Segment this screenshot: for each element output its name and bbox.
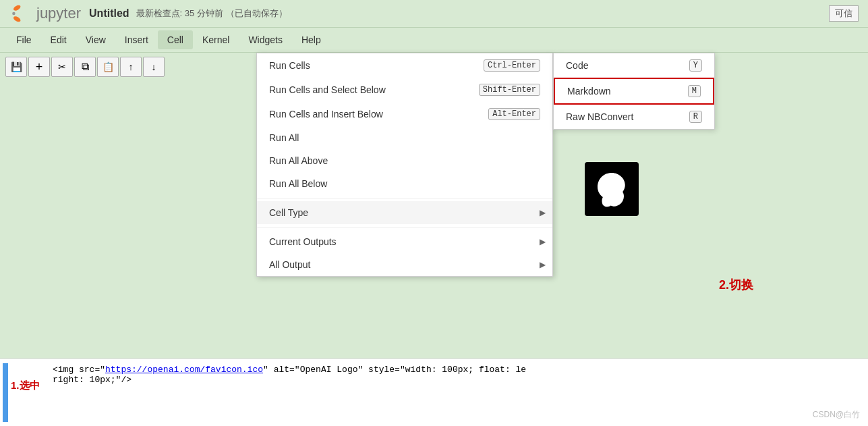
menu-help[interactable]: Help <box>292 30 330 49</box>
add-cell-button[interactable]: + <box>28 57 50 77</box>
menu-widgets[interactable]: Widgets <box>239 30 292 49</box>
menu-cell[interactable]: Cell <box>158 30 193 49</box>
menu-run-all[interactable]: Run All <box>257 126 552 149</box>
menu-insert[interactable]: Insert <box>115 30 158 49</box>
menu-view[interactable]: View <box>76 30 115 49</box>
menu-run-cells[interactable]: Run Cells Ctrl-Enter <box>257 53 552 78</box>
svg-point-2 <box>12 12 15 15</box>
openai-image <box>585 162 639 216</box>
menu-run-all-below-label: Run All Below <box>269 178 327 189</box>
dropdown-sep-2 <box>257 227 552 228</box>
paste-button[interactable]: 📋 <box>97 57 119 77</box>
current-outputs-arrow: ▶ <box>540 237 546 246</box>
notebook-title[interactable]: Untitled <box>89 7 129 20</box>
cell-url-link[interactable]: https://openai.com/favicon.ico <box>105 365 263 375</box>
menu-cell-type[interactable]: Cell Type ▶ <box>257 201 552 224</box>
menu-run-cells-select-shortcut: Shift-Enter <box>479 84 540 96</box>
cell-text-prefix: <img src=" <box>53 365 105 375</box>
submenu-raw-nbconvert[interactable]: Raw NBConvert R <box>554 105 714 129</box>
save-button[interactable]: 💾 <box>5 57 27 77</box>
cut-button[interactable]: ✂ <box>51 57 73 77</box>
menu-run-all-below[interactable]: Run All Below <box>257 172 552 195</box>
cell-text-suffix: " alt="OpenAI Logo" style="width: 100px;… <box>263 365 526 375</box>
menu-run-cells-insert-below[interactable]: Run Cells and Insert Below Alt-Enter <box>257 102 552 126</box>
submenu-code-shortcut: Y <box>689 59 702 72</box>
cell-type-submenu: Code Y Markdown M Raw NBConvert R <box>553 53 715 130</box>
move-up-button[interactable]: ↑ <box>120 57 142 77</box>
menu-all-output-label: All Output <box>269 259 310 270</box>
submenu-markdown-label: Markdown <box>567 86 611 97</box>
svg-point-0 <box>13 4 22 11</box>
submenu-code[interactable]: Code Y <box>554 53 714 78</box>
menu-current-outputs[interactable]: Current Outputs ▶ <box>257 230 552 253</box>
all-output-arrow: ▶ <box>540 260 546 269</box>
menu-current-outputs-label: Current Outputs <box>269 236 337 247</box>
jupyter-logo: jupyter <box>9 3 81 24</box>
jupyter-brand-text: jupyter <box>36 5 81 22</box>
cell-code-content[interactable]: <img src="https://openai.com/favicon.ico… <box>45 359 868 426</box>
menu-run-all-above-label: Run All Above <box>269 155 328 166</box>
submenu-raw-label: Raw NBConvert <box>566 111 633 122</box>
notebook-meta: 最新检查点: 35 分钟前 （已自动保存） <box>136 7 287 20</box>
menu-run-cells-insert-shortcut: Alt-Enter <box>488 108 540 120</box>
menu-all-output[interactable]: All Output ▶ <box>257 253 552 276</box>
step2-label: 2.切换 <box>719 277 753 293</box>
watermark: CSDN@白竹 <box>813 409 860 421</box>
submenu-code-label: Code <box>566 60 588 71</box>
dropdown-sep-1 <box>257 198 552 198</box>
submenu-markdown[interactable]: Markdown M <box>554 78 714 105</box>
cell-container: 1.选中 <img src="https://openai.com/favico… <box>0 358 868 426</box>
menu-edit[interactable]: Edit <box>41 30 76 49</box>
menu-file[interactable]: File <box>7 30 41 49</box>
trusted-badge: 可信 <box>829 5 859 22</box>
move-down-button[interactable]: ↓ <box>143 57 165 77</box>
submenu-raw-shortcut: R <box>689 111 702 123</box>
cell-selection-bar <box>3 363 8 422</box>
menu-run-cells-label: Run Cells <box>269 60 310 71</box>
menu-run-cells-select-label: Run Cells and Select Below <box>269 84 386 95</box>
menu-run-cells-insert-label: Run Cells and Insert Below <box>269 109 383 119</box>
svg-point-1 <box>13 16 22 23</box>
cell-type-arrow: ▶ <box>540 208 546 217</box>
menu-bar: File Edit View Insert Cell Kernel Widget… <box>0 27 868 53</box>
copy-button[interactable]: ⧉ <box>74 57 96 77</box>
menu-run-cells-select-below[interactable]: Run Cells and Select Below Shift-Enter <box>257 78 552 102</box>
menu-kernel[interactable]: Kernel <box>193 30 239 49</box>
menu-run-all-above[interactable]: Run All Above <box>257 149 552 172</box>
step1-label: 1.选中 <box>11 379 40 392</box>
menu-run-all-label: Run All <box>269 132 299 143</box>
menu-cell-type-label: Cell Type <box>269 207 308 218</box>
submenu-markdown-shortcut: M <box>688 85 701 97</box>
menu-run-cells-shortcut: Ctrl-Enter <box>484 59 540 72</box>
openai-logo-svg <box>591 169 632 209</box>
jupyter-logo-icon <box>9 3 31 24</box>
cell-dropdown-menu: Run Cells Ctrl-Enter Run Cells and Selec… <box>256 53 553 277</box>
cell-text-line2: right: 10px;"/> <box>53 375 132 385</box>
top-bar: jupyter Untitled 最新检查点: 35 分钟前 （已自动保存） 可… <box>0 0 868 27</box>
